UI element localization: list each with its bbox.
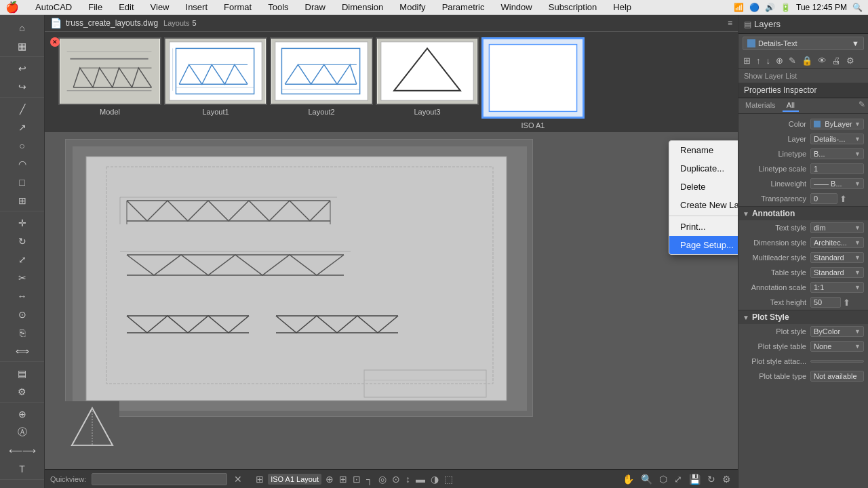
toolbar-hatch[interactable]: ⊞ <box>5 192 39 209</box>
toolbar-zoom[interactable]: ⊕ <box>5 483 39 488</box>
menu-parametric[interactable]: Parametric <box>439 2 488 12</box>
layer-tool-lock[interactable]: 🔒 <box>800 54 814 67</box>
menu-autocad[interactable]: AutoCAD <box>33 2 75 12</box>
props-value-annotscale[interactable]: 1:1 ▼ <box>810 282 864 293</box>
context-menu-create[interactable]: Create New Layout... <box>669 196 738 214</box>
menu-format[interactable]: Format <box>221 2 254 12</box>
toolbar-annotate[interactable]: Ⓐ <box>5 424 39 441</box>
props-value-textheight[interactable]: 50 <box>810 297 841 308</box>
props-value-plotstyletable[interactable]: None ▼ <box>810 341 864 352</box>
menu-file[interactable]: File <box>85 2 105 12</box>
tab-all[interactable]: All <box>783 100 799 112</box>
props-value-transparency[interactable]: 0 <box>810 193 837 204</box>
toolbar-copy[interactable]: ⎘ <box>5 324 39 342</box>
props-value-lineweight[interactable]: —— B... ▼ <box>810 178 864 189</box>
toolbar-text[interactable]: T <box>5 460 39 478</box>
menu-tools[interactable]: Tools <box>265 2 291 12</box>
layer-tool-up[interactable]: ↑ <box>754 54 763 67</box>
thumbnail-isoa1[interactable]: ISO A1 <box>481 37 585 132</box>
layer-tool-edit[interactable]: ✎ <box>787 54 798 67</box>
toolbar-dims[interactable]: ⟵⟶ <box>5 442 39 460</box>
plus-icon[interactable]: ⊕ <box>324 472 335 486</box>
3d-icon[interactable]: ⬡ <box>658 472 669 486</box>
properties-edit-icon[interactable]: ✎ <box>859 100 865 112</box>
zoomsearch-icon[interactable]: 🔍 <box>639 472 654 486</box>
layer-tool-add[interactable]: ⊕ <box>774 54 785 67</box>
layer-tool-props[interactable]: ⊞ <box>741 54 753 67</box>
context-menu-duplicate[interactable]: Duplicate... <box>669 159 738 178</box>
transparency-icon[interactable]: ◑ <box>429 472 440 486</box>
model-icon[interactable]: ⊞ <box>254 472 265 486</box>
toolbar-rect[interactable]: □ <box>5 174 39 191</box>
layer-tool-down[interactable]: ↓ <box>764 54 773 67</box>
expand-icon[interactable]: ⤢ <box>673 472 684 486</box>
tab-materials[interactable]: Materials <box>741 100 780 112</box>
menu-draw[interactable]: Draw <box>302 2 328 12</box>
settings-icon[interactable]: ⚙ <box>721 472 732 486</box>
props-value-plotstyleattac[interactable] <box>810 360 864 363</box>
snap-icon[interactable]: ⊡ <box>351 472 362 486</box>
menu-edit[interactable]: Edit <box>116 2 136 12</box>
textheight-stepper[interactable]: ⬆ <box>843 298 850 308</box>
props-value-textstyle[interactable]: dim ▼ <box>810 222 864 233</box>
transparency-stepper[interactable]: ⬆ <box>840 194 847 204</box>
menu-subscription[interactable]: Subscription <box>546 2 600 12</box>
dynamic-icon[interactable]: ↕ <box>404 472 412 486</box>
toolbar-layers[interactable]: ▤ <box>5 365 39 382</box>
hand-icon[interactable]: ✋ <box>621 472 635 486</box>
thumbnail-model[interactable]: Model <box>58 37 161 132</box>
toolbar-mirror[interactable]: ⟺ <box>5 342 39 360</box>
menu-window[interactable]: Window <box>498 2 534 12</box>
toolbar-insert[interactable]: ⊕ <box>5 405 39 423</box>
props-value-layer[interactable]: Details-... ▼ <box>810 134 864 144</box>
layout-icon[interactable]: ISO A1 Layout <box>268 474 321 485</box>
search-icon[interactable]: 🔍 <box>852 3 863 12</box>
strip-options-icon[interactable]: ≡ <box>728 18 732 28</box>
sync-icon[interactable]: ↻ <box>706 472 717 486</box>
layer-tool-settings[interactable]: ⚙ <box>844 54 856 67</box>
save-icon[interactable]: 💾 <box>688 472 702 486</box>
toolbar-scale[interactable]: ⤢ <box>5 251 39 268</box>
toolbar-move[interactable]: ✛ <box>5 214 39 232</box>
menu-modify[interactable]: Modify <box>397 2 428 12</box>
context-menu-print[interactable]: Print... <box>669 218 738 236</box>
layer-tool-eye[interactable]: 👁 <box>816 54 829 67</box>
toolbar-properties[interactable]: ⚙ <box>5 383 39 401</box>
toolbar-extend[interactable]: ↔ <box>5 287 39 305</box>
annotation-section-header[interactable]: ▼ Annotation <box>738 206 868 220</box>
grid-icon[interactable]: ⊞ <box>338 472 349 486</box>
close-button[interactable]: ✕ <box>50 37 60 47</box>
toolbar-forward[interactable]: ↪ <box>5 78 39 96</box>
toolbar-arc[interactable]: ◠ <box>5 155 39 173</box>
toolbar-rotate[interactable]: ↻ <box>5 232 39 250</box>
toolbar-home[interactable]: ⌂ <box>5 19 39 37</box>
osnap-icon[interactable]: ⊙ <box>391 472 401 486</box>
apple-menu[interactable]: 🍎 <box>5 1 19 14</box>
context-menu-delete[interactable]: Delete <box>669 178 738 196</box>
toolbar-offset[interactable]: ⊙ <box>5 306 39 323</box>
plotstyle-section-header[interactable]: ▼ Plot Style <box>738 310 868 324</box>
menu-dimension[interactable]: Dimension <box>339 2 386 12</box>
props-value-tablestyle[interactable]: Standard ▼ <box>810 267 864 278</box>
props-value-dimstyle[interactable]: Architec... ▼ <box>810 237 864 248</box>
props-value-plotstyle[interactable]: ByColor ▼ <box>810 326 864 337</box>
lineweight-icon[interactable]: ▬ <box>414 472 427 486</box>
toolbar-trim[interactable]: ✂ <box>5 269 39 287</box>
context-menu-pagesetup[interactable]: Page Setup... <box>669 236 738 254</box>
quickview-clear-icon[interactable]: ✕ <box>233 472 243 486</box>
selection-icon[interactable]: ⬚ <box>443 472 454 486</box>
context-menu-rename[interactable]: Rename <box>669 141 738 159</box>
toolbar-circle[interactable]: ○ <box>5 137 39 155</box>
layer-current-dropdown[interactable]: Details-Text ▼ <box>743 37 864 50</box>
thumbnail-layout3[interactable]: Layout3 <box>376 37 479 132</box>
toolbar-polyline[interactable]: ↗ <box>5 119 39 136</box>
polar-icon[interactable]: ◎ <box>377 472 388 486</box>
toolbar-line[interactable]: ╱ <box>5 100 39 118</box>
props-value-linetype-scale[interactable]: 1 <box>810 163 864 174</box>
layer-tool-print[interactable]: 🖨 <box>830 54 843 67</box>
ortho-icon[interactable]: ┐ <box>365 472 374 486</box>
thumbnail-layout2[interactable]: Layout2 <box>270 37 373 132</box>
toolbar-back[interactable]: ↩ <box>5 60 39 77</box>
props-value-linetype[interactable]: B... ▼ <box>810 148 864 159</box>
toolbar-layout[interactable]: ▦ <box>5 37 39 55</box>
